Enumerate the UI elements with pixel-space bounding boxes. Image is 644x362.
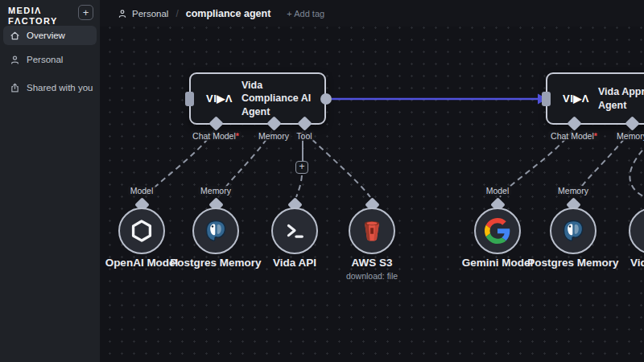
- add-tool-button[interactable]: +: [295, 161, 308, 174]
- port-label-chat-model: Chat Model*: [190, 131, 242, 141]
- breadcrumb-owner[interactable]: Personal: [132, 9, 168, 19]
- workflow-title[interactable]: compliance agent: [186, 8, 271, 19]
- person-icon: [118, 9, 127, 19]
- subnode-label: Vida API: [592, 257, 644, 269]
- required-asterisk: *: [594, 131, 597, 141]
- subport-label-model: Model: [484, 186, 512, 195]
- subport-label-memory: Memory: [198, 186, 233, 195]
- required-asterisk: *: [236, 131, 239, 141]
- subnode-label: AWS S3: [312, 257, 432, 269]
- google-icon: [485, 218, 510, 244]
- node-circle-postgres[interactable]: [192, 208, 239, 254]
- sidebar-item-label: Overview: [27, 31, 65, 40]
- postgresql-icon: [203, 218, 229, 244]
- share-icon: [10, 83, 20, 93]
- node-circle-vida-api[interactable]: [629, 208, 644, 254]
- new-workflow-button[interactable]: +: [78, 5, 93, 20]
- app-logo: MEDIΛ FΛCTORY: [8, 6, 58, 26]
- topbar: Personal / compliance agent + Add tag: [100, 0, 644, 27]
- agent-title: Vida Approval Agent: [598, 85, 644, 112]
- terminal-icon: [640, 219, 644, 243]
- sidebar-item-shared[interactable]: Shared with you: [3, 78, 97, 97]
- home-icon: [10, 31, 20, 41]
- agent-node-vida-approval[interactable]: VI▶Λ Vida Approval Agent Chat Model* Mem…: [546, 72, 644, 125]
- port-label-memory: Memory: [614, 131, 644, 141]
- subnode-aws-s3: AWS S3 download: file: [312, 183, 432, 288]
- subport-label-memory: Memory: [555, 186, 591, 195]
- subnode-sublabel: download: file: [312, 271, 432, 281]
- agent-node-vida-compliance[interactable]: VI▶Λ Vida Compliance AI Agent Chat Model…: [189, 72, 326, 125]
- add-tag-button[interactable]: + Add tag: [287, 9, 324, 19]
- port-label-tool: Tool: [294, 131, 314, 141]
- openai-icon: [129, 218, 155, 244]
- sidebar-item-overview[interactable]: Overview: [3, 26, 97, 45]
- person-icon: [10, 55, 20, 65]
- aws-s3-icon: [360, 219, 384, 243]
- sidebar-item-label: Personal: [27, 55, 63, 64]
- postgresql-icon: [560, 218, 586, 244]
- subport-label-model: Model: [128, 186, 156, 195]
- agent-title: Vida Compliance AI Agent: [242, 79, 318, 118]
- workflow-canvas[interactable]: VI▶Λ Vida Compliance AI Agent Chat Model…: [100, 27, 644, 362]
- vida-logo: VI▶Λ: [206, 93, 233, 105]
- vida-logo: VI▶Λ: [563, 93, 589, 105]
- port-label-chat-model: Chat Model*: [548, 131, 600, 141]
- connection-main[interactable]: [332, 94, 547, 105]
- port-label-memory: Memory: [256, 131, 291, 141]
- sidebar-item-label: Shared with you: [27, 83, 93, 93]
- breadcrumb-separator: /: [175, 8, 178, 19]
- input-port[interactable]: [542, 92, 551, 106]
- node-circle-postgres[interactable]: [550, 208, 597, 254]
- output-port[interactable]: [320, 93, 332, 105]
- sidebar-item-personal[interactable]: Personal: [3, 50, 97, 69]
- sidebar: MEDIΛ FΛCTORY + Overview Personal Shared…: [0, 0, 100, 362]
- subnode-vida-api-2: Vida API: [592, 183, 644, 288]
- terminal-icon: [283, 219, 307, 243]
- node-circle-aws-s3[interactable]: [349, 208, 395, 254]
- input-port[interactable]: [185, 92, 194, 106]
